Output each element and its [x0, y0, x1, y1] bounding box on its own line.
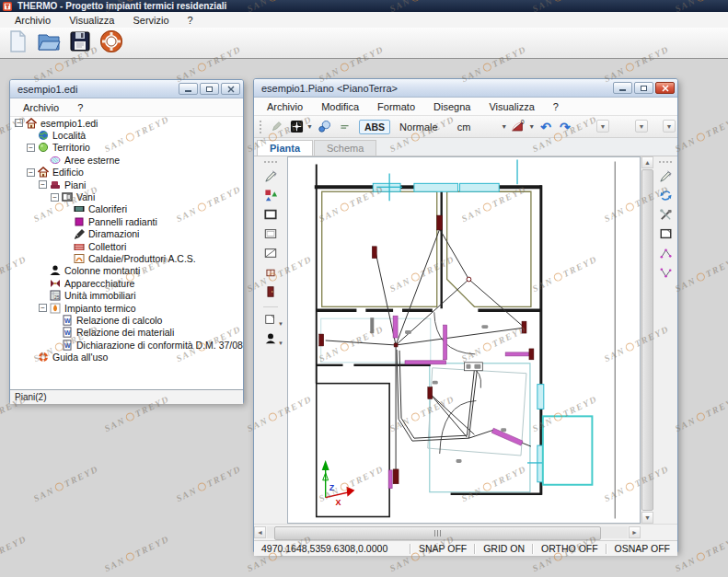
tree-node-aree-esterne[interactable]: Aree esterne — [10, 154, 243, 166]
new-document-button[interactable] — [4, 29, 31, 57]
window-tool-button[interactable] — [261, 265, 280, 283]
tree-expander[interactable]: − — [51, 193, 59, 202]
save-button[interactable] — [66, 29, 94, 57]
snap-object-button[interactable] — [316, 118, 333, 135]
tree-expander[interactable]: − — [27, 144, 35, 152]
tree-node-colonne-montanti[interactable]: Colonne montanti — [10, 265, 243, 277]
tree-node-territorio[interactable]: −Territorio — [10, 142, 243, 154]
quill-check-button[interactable] — [261, 168, 280, 186]
tree-node-guida-all-uso[interactable]: Guida all'uso — [10, 351, 243, 363]
tree-node-pannelli-radianti[interactable]: Pannelli radianti — [10, 215, 243, 227]
horizontal-scrollbar[interactable]: ◄ ► — [254, 524, 677, 540]
tree-node-unit-immobiliari[interactable]: 25Unità immobiliari — [10, 289, 243, 301]
tree-node-esempio1-edi[interactable]: −esempio1.edi — [10, 117, 243, 129]
room-outline-button[interactable] — [261, 207, 280, 225]
menu-item-servizio[interactable]: Servizio — [123, 14, 178, 27]
layer-dropdown-arrow[interactable]: ▼ — [306, 123, 313, 130]
tab-pianta[interactable]: Pianta — [257, 140, 313, 156]
main-titlebar[interactable]: THERMO - Progetto impianti termici resid… — [0, 0, 728, 12]
tree-expander[interactable]: − — [39, 180, 47, 189]
refresh-button[interactable] — [656, 188, 675, 205]
menu-item-visualizza[interactable]: Visualizza — [480, 100, 543, 113]
menu-item-modifica[interactable]: Modifica — [312, 100, 368, 113]
toolbar-grip[interactable] — [659, 161, 672, 165]
angle-dropdown-arrow[interactable]: ▼ — [528, 123, 535, 130]
tree-node-relazione-dei-materiali[interactable]: WRelazione dei materiali — [10, 327, 243, 339]
menu-item-archivio[interactable]: Archivio — [14, 101, 68, 114]
room-diagonal-button[interactable] — [261, 246, 280, 263]
tree-expander[interactable]: − — [27, 168, 35, 177]
tree-node-diramazioni[interactable]: Diramazioni — [10, 228, 243, 240]
help-button[interactable] — [98, 29, 125, 57]
pen-tool-button[interactable] — [268, 118, 285, 135]
tree-node-localit[interactable]: Località — [10, 129, 243, 141]
draw-elements-button[interactable] — [261, 188, 280, 205]
toolbar-overflow-3[interactable]: ▼ — [663, 120, 676, 133]
toolbar-overflow-1[interactable]: ▼ — [596, 120, 609, 133]
tree-node-edificio[interactable]: −Edificio — [10, 167, 243, 179]
tree-maximize-button[interactable] — [200, 83, 219, 95]
menu-item-help[interactable]: ? — [544, 100, 568, 113]
tree-close-button[interactable] — [221, 83, 240, 95]
menu-item-help[interactable]: ? — [68, 101, 92, 114]
scroll-down-arrow[interactable]: ▼ — [641, 512, 653, 524]
horizontal-scroll-track[interactable] — [267, 526, 628, 538]
cad-window-titlebar[interactable]: esempio1.Piano <PianoTerra> — [254, 79, 677, 98]
grid-toggle[interactable]: GRID ON — [476, 543, 532, 554]
tree-node-impianto-termico[interactable]: −Impianto termico — [10, 302, 243, 314]
menu-item-archivio[interactable]: Archivio — [6, 14, 60, 27]
abs-toggle-button[interactable]: ABS — [359, 120, 390, 134]
door-tool-button[interactable] — [261, 284, 280, 302]
tree-node-dichiarazione-di-conformit-d-m-37-08[interactable]: WDichiarazione di conformità D.M. 37/08 — [10, 339, 243, 351]
person-dropdown-button[interactable]: ▼ — [261, 331, 280, 349]
menu-item-visualizza[interactable]: Visualizza — [60, 14, 123, 27]
cad-close-button[interactable] — [655, 82, 675, 94]
angle-protractor-button[interactable]: 0 — [510, 118, 527, 135]
menu-item-archivio[interactable]: Archivio — [258, 100, 312, 113]
tree-node-collettori[interactable]: Collettori — [10, 240, 243, 252]
nodes-down-button[interactable] — [656, 265, 675, 283]
osnap-toggle[interactable]: OSNAP OFF — [607, 543, 677, 554]
scroll-up-arrow[interactable]: ▲ — [641, 156, 653, 168]
layer-box-button[interactable] — [288, 118, 306, 135]
tree-node-relazione-di-calcolo[interactable]: WRelazione di calcolo — [10, 314, 243, 326]
redo-button[interactable]: ↷ — [557, 121, 573, 133]
tools-button[interactable] — [656, 207, 675, 225]
scroll-right-arrow[interactable]: ► — [629, 526, 641, 538]
drawing-canvas[interactable]: Z X — [287, 156, 641, 524]
room-plain-button[interactable] — [261, 226, 280, 244]
tree-expander[interactable]: − — [39, 304, 47, 312]
horizontal-scroll-thumb[interactable] — [274, 526, 601, 540]
tree-node-caldaie-produttori-a-c-s[interactable]: Caldaie/Produttori A.C.S. — [10, 252, 243, 264]
tree-node-piani[interactable]: −Piani — [10, 179, 243, 190]
toolbar-grip[interactable] — [260, 121, 263, 133]
menu-item-help[interactable]: ? — [179, 14, 202, 27]
ortho-toggle[interactable]: ORTHO OFF — [534, 543, 606, 554]
nodes-up-button[interactable] — [656, 246, 675, 263]
tree-expander[interactable]: − — [15, 119, 23, 127]
menu-item-formato[interactable]: Formato — [368, 100, 424, 113]
toolbar-overflow-2[interactable]: ▼ — [635, 120, 648, 133]
levels-button[interactable] — [336, 118, 353, 135]
unit-dropdown-arrow[interactable]: ▼ — [501, 123, 507, 130]
tree-node-vani[interactable]: −Vani — [10, 190, 243, 202]
unit-combo[interactable]: cm — [454, 121, 475, 133]
toolbar-grip[interactable] — [264, 161, 277, 165]
tree-window-titlebar[interactable]: esempio1.edi — [10, 80, 243, 98]
menu-item-disegna[interactable]: Disegna — [424, 100, 480, 113]
block-dropdown-button[interactable]: ▼ — [261, 312, 280, 329]
tree-node-apparecchiature[interactable]: Apparecchiature — [10, 277, 243, 289]
cad-maximize-button[interactable] — [634, 82, 653, 94]
tree-minimize-button[interactable] — [179, 83, 198, 95]
tree-node-caloriferi[interactable]: Caloriferi — [10, 203, 243, 215]
cad-minimize-button[interactable] — [613, 82, 632, 94]
snap-toggle[interactable]: SNAP OFF — [411, 543, 474, 554]
quill-check-button-2[interactable] — [656, 168, 675, 186]
undo-button[interactable]: ↶ — [537, 121, 554, 133]
open-file-button[interactable] — [35, 29, 63, 57]
scroll-left-arrow[interactable]: ◄ — [254, 526, 266, 538]
vertical-scrollbar[interactable]: ▲ ▼ — [641, 156, 653, 524]
region-button[interactable] — [656, 226, 675, 244]
tab-schema[interactable]: Schema — [314, 140, 376, 156]
line-style-combo[interactable]: Normale — [396, 121, 442, 133]
